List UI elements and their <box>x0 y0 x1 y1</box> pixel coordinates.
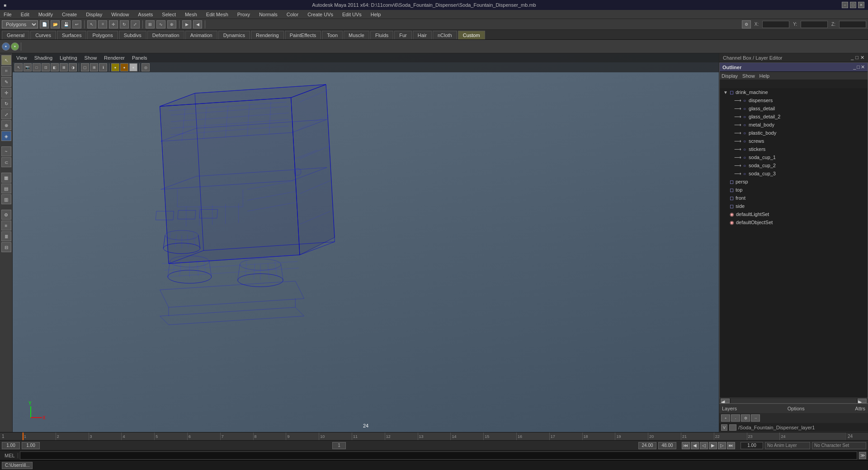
menu-file[interactable]: File <box>2 11 14 18</box>
menu-edit[interactable]: Edit <box>19 11 31 18</box>
rotate-tool[interactable]: ↻ <box>120 20 129 28</box>
tree-item-soda-cup-1[interactable]: ⟶ ○ soda_cup_1 <box>720 153 868 161</box>
menu-modify[interactable]: Modify <box>37 11 55 18</box>
tab-muscle[interactable]: Muscle <box>344 31 369 39</box>
outliner-menu-help[interactable]: Help <box>760 73 770 79</box>
vp-textured[interactable]: ⊠ <box>60 63 68 71</box>
shelf-icon-2[interactable]: ● <box>11 42 19 51</box>
vp-menu-panels[interactable]: Panels <box>132 55 147 61</box>
menu-select[interactable]: Select <box>160 11 178 18</box>
select-tool[interactable]: ↖ <box>87 20 96 28</box>
vp-select-mode[interactable]: □ <box>33 63 41 71</box>
vp-grid[interactable]: ⊞ <box>90 63 98 71</box>
open-file-btn[interactable]: 📂 <box>51 20 60 28</box>
scroll-left-btn[interactable]: ◀ <box>721 399 730 403</box>
vp-menu-shading[interactable]: Shading <box>34 55 52 61</box>
taskbar-item-maya[interactable]: C:\Users\ll... <box>2 462 33 469</box>
tab-fur[interactable]: Fur <box>394 31 412 39</box>
layer-visibility[interactable]: V <box>721 424 727 431</box>
layer-editor-btn[interactable]: ▦ <box>1 173 11 183</box>
vp-menu-view[interactable]: View <box>16 55 27 61</box>
minimize-button[interactable]: − <box>842 2 848 8</box>
tree-item-default-object-set[interactable]: ▶ ◉ defaultObjectSet <box>720 218 868 226</box>
sculpt-btn[interactable]: ⊂ <box>1 157 11 167</box>
vp-wireframe[interactable]: ⊡ <box>42 63 50 71</box>
outliner-menu-show[interactable]: Show <box>742 73 755 79</box>
tab-surfaces[interactable]: Surfaces <box>57 31 86 39</box>
tree-item-side[interactable]: ▶ ◻ side <box>720 202 868 210</box>
tree-item-plastic-body[interactable]: ⟶ ○ plastic_body <box>720 129 868 137</box>
render-btn[interactable]: ▶ <box>182 20 191 28</box>
vp-menu-show[interactable]: Show <box>85 55 97 61</box>
range-end-2[interactable] <box>658 442 676 449</box>
vp-shaded[interactable]: ◧ <box>51 63 59 71</box>
tree-item-top[interactable]: ▶ ◻ top <box>720 186 868 194</box>
layers-menu-layers[interactable]: Layers <box>722 406 737 411</box>
vp-camera-attrs[interactable]: 📷 <box>24 63 32 71</box>
timeline-ruler[interactable]: 1 2 3 4 5 6 7 8 9 10 11 12 13 14 15 16 1… <box>23 432 845 440</box>
create-layer-btn[interactable]: + <box>721 414 730 422</box>
tree-item-screws[interactable]: ⟶ ○ screws <box>720 137 868 145</box>
outliner-hscroll[interactable]: ◀ ▶ <box>720 398 868 403</box>
outliner-close[interactable]: ✕ <box>861 64 865 70</box>
anim-layer-select[interactable]: No Anim Layer <box>765 442 810 449</box>
panel-minimize[interactable]: _ <box>851 55 854 61</box>
outliner-max[interactable]: □ <box>857 64 860 70</box>
tab-curves[interactable]: Curves <box>30 31 56 39</box>
panel-maximize[interactable]: □ <box>855 55 859 61</box>
tree-item-drink-machine[interactable]: ▼ ◻ drink_machine <box>720 88 868 96</box>
tab-animation[interactable]: Animation <box>185 31 217 39</box>
snap-grid[interactable]: ⊞ <box>146 20 155 28</box>
z-field[interactable] <box>839 21 866 28</box>
tool-settings-btn[interactable]: ⚙ <box>1 210 11 220</box>
frame-field[interactable]: 1.00 <box>741 442 763 449</box>
tree-item-metal-body[interactable]: ⟶ ○ metal_body <box>720 121 868 129</box>
tab-custom[interactable]: Custom <box>458 31 485 39</box>
y-field[interactable] <box>801 21 828 28</box>
tab-deformation[interactable]: Deformation <box>147 31 184 39</box>
outliner-min[interactable]: _ <box>853 64 856 70</box>
tab-toon[interactable]: Toon <box>322 31 343 39</box>
layer-color[interactable] <box>729 424 736 431</box>
vp-menu-lighting[interactable]: Lighting <box>60 55 77 61</box>
range-end[interactable] <box>638 442 656 449</box>
move-tool[interactable]: ✛ <box>109 20 118 28</box>
tab-polygons[interactable]: Polygons <box>87 31 118 39</box>
move-to-layer-btn[interactable]: → <box>751 414 760 422</box>
tree-item-soda-cup-3[interactable]: ⟶ ○ soda_cup_3 <box>720 169 868 178</box>
vp-heads-up[interactable]: ℹ <box>99 63 107 71</box>
menu-mesh[interactable]: Mesh <box>183 11 199 18</box>
tab-fluids[interactable]: Fluids <box>370 31 393 39</box>
attr-editor-btn[interactable]: ≣ <box>1 231 11 241</box>
tree-item-default-light-set[interactable]: ▶ ◉ defaultLightSet <box>720 210 868 218</box>
scale-tool[interactable]: ⤢ <box>131 20 140 28</box>
paint-btn[interactable]: ✎ <box>1 77 11 87</box>
layers-menu-attrs[interactable]: Attrs <box>855 406 865 411</box>
panel-close[interactable]: ✕ <box>860 55 864 61</box>
vp-color2[interactable]: ● <box>120 63 128 71</box>
save-file-btn[interactable]: 💾 <box>61 20 71 28</box>
menu-edit-mesh[interactable]: Edit Mesh <box>204 11 230 18</box>
vp-menu-renderer[interactable]: Renderer <box>104 55 125 61</box>
new-file-btn[interactable]: 📄 <box>40 20 49 28</box>
menu-display[interactable]: Display <box>84 11 104 18</box>
scale-btn[interactable]: ⤢ <box>1 109 11 119</box>
channel-box-btn[interactable]: ≡ <box>1 221 11 230</box>
layer-options-btn[interactable]: ⚙ <box>741 414 750 422</box>
lasso-tool[interactable]: ⌗ <box>98 20 107 28</box>
tab-hair[interactable]: Hair <box>413 31 432 39</box>
outliner-search[interactable] <box>720 80 868 88</box>
viewport-area[interactable]: View Shading Lighting Show Renderer Pane… <box>13 53 719 432</box>
tree-item-stickers[interactable]: ⟶ ○ stickers <box>720 145 868 153</box>
tree-item-persp[interactable]: ▶ ◻ persp <box>720 178 868 186</box>
tab-rendering[interactable]: Rendering <box>251 31 284 39</box>
menu-assets[interactable]: Assets <box>136 11 155 18</box>
prev-frame-btn[interactable]: ◀ <box>691 442 699 449</box>
next-frame-btn[interactable]: ▷ <box>718 442 726 449</box>
range-start[interactable] <box>2 442 20 449</box>
menu-create[interactable]: Create <box>60 11 79 18</box>
tab-dynamics[interactable]: Dynamics <box>218 31 250 39</box>
scroll-track[interactable] <box>731 399 857 403</box>
menu-window[interactable]: Window <box>109 11 131 18</box>
soft-mod-btn[interactable]: ~ <box>1 146 11 156</box>
